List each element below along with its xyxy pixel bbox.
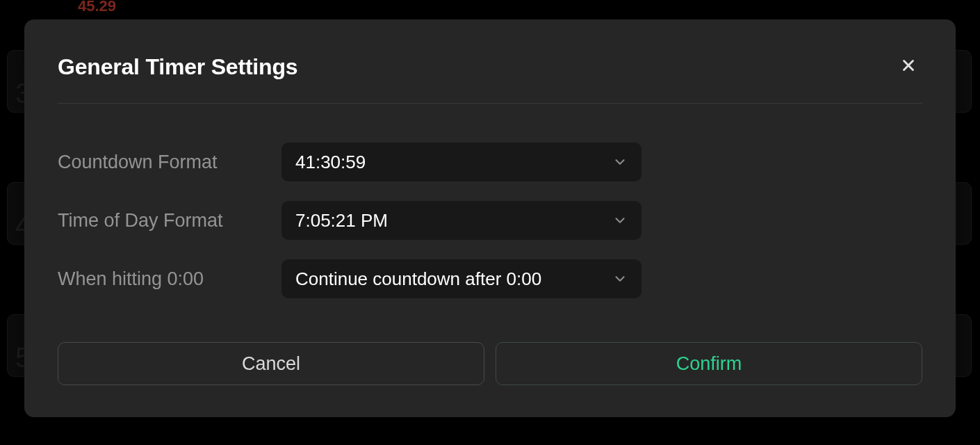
select-time-of-day-format[interactable]: 7:05:21 PM xyxy=(281,201,642,240)
select-value-when-hitting-zero: Continue countdown after 0:00 xyxy=(295,268,541,290)
general-timer-settings-modal: General Timer Settings Countdown Format … xyxy=(24,19,956,417)
select-when-hitting-zero[interactable]: Continue countdown after 0:00 xyxy=(281,259,642,298)
select-value-time-of-day-format: 7:05:21 PM xyxy=(295,210,388,232)
label-time-of-day-format: Time of Day Format xyxy=(58,210,281,232)
confirm-button[interactable]: Confirm xyxy=(496,342,922,385)
row-time-of-day-format: Time of Day Format 7:05:21 PM xyxy=(58,201,922,240)
chevron-down-icon xyxy=(612,271,628,286)
chevron-down-icon xyxy=(612,213,628,228)
row-countdown-format: Countdown Format 41:30:59 xyxy=(58,143,922,181)
divider xyxy=(58,103,922,104)
modal-header: General Timer Settings xyxy=(58,53,922,81)
select-value-countdown-format: 41:30:59 xyxy=(295,152,366,173)
cancel-button[interactable]: Cancel xyxy=(58,342,484,385)
settings-form: Countdown Format 41:30:59 Time of Day Fo… xyxy=(58,143,922,298)
chevron-down-icon xyxy=(612,154,628,170)
close-button[interactable] xyxy=(895,53,922,81)
modal-footer: Cancel Confirm xyxy=(58,342,922,385)
label-countdown-format: Countdown Format xyxy=(58,152,281,173)
row-when-hitting-zero: When hitting 0:00 Continue countdown aft… xyxy=(58,259,922,298)
select-countdown-format[interactable]: 41:30:59 xyxy=(281,143,642,181)
label-when-hitting-zero: When hitting 0:00 xyxy=(58,268,281,290)
bg-overdue-time: 45.29 xyxy=(78,0,116,15)
modal-title: General Timer Settings xyxy=(58,54,297,80)
close-icon xyxy=(901,58,916,76)
